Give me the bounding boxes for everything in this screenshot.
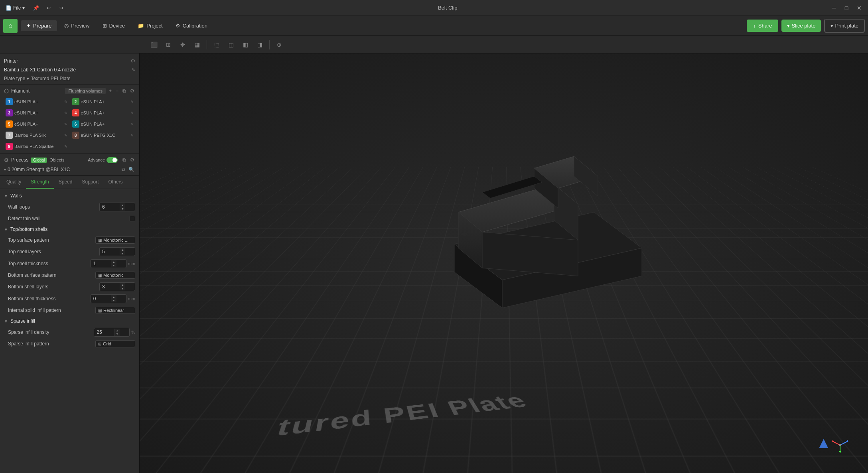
sparse-infill-density-field[interactable] [94,328,114,336]
preset-search-button[interactable]: 🔍 [128,166,135,173]
maximize-button[interactable]: □ [841,2,852,14]
bottom-shell-layers-down[interactable]: ▼ [120,287,125,290]
bottom-shell-layers-input[interactable]: ▲ ▼ [99,282,135,291]
detect-thin-wall-checkbox[interactable] [130,216,135,221]
tab-support[interactable]: Support [77,176,103,189]
view-tool-3[interactable]: ◧ [239,38,252,51]
preview-nav[interactable]: ◎ Preview [59,20,95,31]
objects-tag[interactable]: Objects [49,158,64,162]
wall-loops-field[interactable] [100,203,120,211]
filament-edit-5[interactable]: ✎ [64,122,67,126]
filament-edit-8[interactable]: ✎ [130,133,134,138]
share-button[interactable]: ↑ Share [747,20,778,32]
filament-settings-button[interactable]: ⚙ [129,87,135,95]
tab-strength[interactable]: Strength [26,176,53,189]
bottom-shell-thickness-input[interactable]: ▲ ▼ [91,294,126,303]
wall-loops-label: Wall loops [8,204,99,210]
view-tool-1[interactable]: ⬚ [210,38,223,51]
close-button[interactable]: ✕ [854,2,865,14]
printer-gear-icon[interactable]: ⚙ [131,58,135,64]
toolbar: ⬛ ⊞ ✥ ▦ ⬚ ◫ ◧ ◨ ⊕ [0,36,868,53]
bottom-shell-layers-field[interactable] [100,283,120,291]
home-button[interactable]: ⌂ [3,19,18,33]
prepare-nav[interactable]: ✦ Prepare [21,20,57,31]
top-shell-thickness-field[interactable] [91,260,111,268]
sparse-infill-density-down[interactable]: ▼ [114,332,120,336]
minimize-button[interactable]: ─ [828,2,839,14]
process-settings-button[interactable]: ⚙ [129,156,135,164]
walls-section-header[interactable]: ▼ Walls [0,191,139,201]
sparse-infill-section-header[interactable]: ▼ Sparse infill [0,316,139,326]
top-shell-thickness-down[interactable]: ▼ [111,264,116,267]
grid-tool[interactable]: ⊞ [162,38,175,51]
project-nav[interactable]: 📁 Project [132,20,168,31]
top-shell-layers-field[interactable] [100,248,120,256]
bottom-shell-thickness-up[interactable]: ▲ [111,295,116,299]
sparse-infill-pattern-value: Grid [103,341,111,346]
add-filament-button[interactable]: + [108,87,112,95]
top-shell-layers-input[interactable]: ▲ ▼ [99,247,135,256]
filament-edit-2[interactable]: ✎ [130,100,134,104]
filament-edit-7[interactable]: ✎ [64,133,67,138]
extra-tool[interactable]: ⊕ [273,38,286,51]
viewport-canvas[interactable]: tured PEI Plate ▲ [140,53,868,473]
rectilinear-icon: ▤ [98,308,102,313]
tab-others[interactable]: Others [103,176,127,189]
top-shell-layers-up[interactable]: ▲ [120,248,125,252]
wall-loops-spinners: ▲ ▼ [120,203,125,211]
redo-button[interactable]: ↪ [56,2,67,14]
global-tag[interactable]: Global [31,158,47,163]
advance-toggle[interactable] [107,157,118,163]
bottom-shell-thickness-down[interactable]: ▼ [111,299,116,302]
top-bottom-section-header[interactable]: ▼ Top/bottom shells [0,224,139,235]
filament-copy-button[interactable]: ⧉ [122,87,127,95]
top-shell-thickness-row: Top shell thickness ▲ ▼ mm [0,258,139,270]
filament-edit-1[interactable]: ✎ [64,100,67,104]
pin-button[interactable]: 📌 [30,2,41,14]
filament-section: ⬡ Filament Flushing volumes + − ⧉ ⚙ 1 eS… [0,85,139,154]
filament-edit-9[interactable]: ✎ [64,144,67,149]
remove-filament-button[interactable]: − [115,87,119,95]
top-shell-layers-down[interactable]: ▼ [120,252,125,255]
move-tool[interactable]: ✥ [176,38,189,51]
filament-grid: 1 eSUN PLA+ ✎ 2 eSUN PLA+ ✎ 3 eSUN PLA+ … [4,97,135,151]
plate-type-value[interactable]: Textured PEI Plate [31,76,70,81]
preset-save-button[interactable]: ⧉ [121,166,126,173]
top-shell-thickness-up[interactable]: ▲ [111,260,116,264]
view-tool-4[interactable]: ◨ [253,38,266,51]
file-menu[interactable]: 📄 File ▾ [3,4,27,12]
printer-edit-icon[interactable]: ✎ [132,67,135,73]
preset-name[interactable]: 0.20mm Strength @BBL X1C [8,167,119,172]
wall-loops-down[interactable]: ▼ [120,207,125,211]
svg-marker-17 [839,451,841,453]
calibration-nav[interactable]: ⚙ Calibration [170,20,213,31]
bottom-shell-thickness-field[interactable] [91,295,111,303]
sparse-infill-density-up[interactable]: ▲ [114,329,120,332]
sparse-infill-density-input[interactable]: ▲ ▼ [94,328,130,337]
process-copy-button[interactable]: ⧉ [122,156,127,164]
wall-loops-up[interactable]: ▲ [120,203,125,207]
undo-button[interactable]: ↩ [43,2,54,14]
sparse-infill-pattern-dropdown[interactable]: ⊞ Grid [95,340,135,347]
navbar: ⌂ ✦ Prepare ◎ Preview ⊞ Device 📁 Project… [0,16,868,36]
internal-solid-infill-dropdown[interactable]: ▤ Rectilinear [95,307,135,314]
slice-button[interactable]: ▾ Slice plate [781,20,821,32]
cube-tool[interactable]: ⬛ [148,38,160,51]
filament-edit-3[interactable]: ✎ [64,111,67,115]
svg-marker-6 [482,232,578,276]
bottom-shell-layers-up[interactable]: ▲ [120,283,125,287]
flushing-volumes-button[interactable]: Flushing volumes [65,88,106,94]
top-shell-thickness-input[interactable]: ▲ ▼ [91,259,126,268]
tab-speed[interactable]: Speed [54,176,77,189]
printer-section: Printer ⚙ Bambu Lab X1 Carbon 0.4 nozzle… [0,53,139,85]
view-tool-2[interactable]: ◫ [225,38,237,51]
tab-quality[interactable]: Quality [2,176,26,189]
filament-edit-6[interactable]: ✎ [130,122,134,126]
slice-tool[interactable]: ▦ [191,38,203,51]
device-nav[interactable]: ⊞ Device [97,20,131,31]
top-surface-pattern-dropdown[interactable]: ▦ Monotonic ... [95,236,135,244]
print-button[interactable]: ▾ Print plate [825,19,864,32]
wall-loops-input[interactable]: ▲ ▼ [99,203,135,211]
filament-edit-4[interactable]: ✎ [130,111,134,115]
bottom-surface-pattern-dropdown[interactable]: ▦ Monotonic [95,272,135,279]
